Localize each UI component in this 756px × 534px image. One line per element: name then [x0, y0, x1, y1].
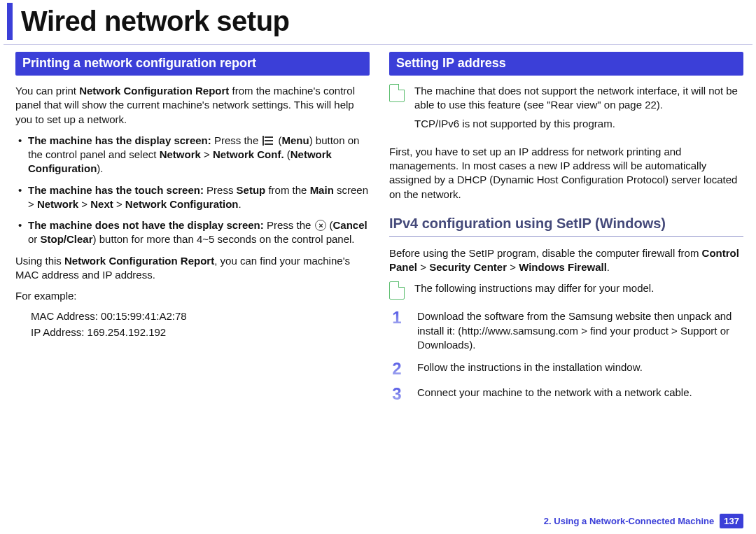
page-title-block: Wired network setup — [7, 3, 756, 40]
step-text: Connect your machine to the network with… — [417, 386, 692, 400]
text: > — [417, 261, 429, 273]
text-bold: Setup — [237, 184, 266, 196]
page-number: 137 — [720, 514, 743, 528]
text: . — [607, 261, 610, 273]
note-block-2: The following instructions may differ fo… — [389, 281, 743, 300]
text-bold: Network Configuration — [125, 198, 239, 210]
svg-rect-0 — [265, 136, 273, 138]
step-text: Download the software from the Samsung w… — [417, 309, 743, 352]
text-bold: Stop/Clear — [41, 233, 93, 245]
text-bold: The machine has the touch screen: — [28, 184, 204, 196]
step-item: 3 Connect your machine to the network wi… — [389, 386, 743, 402]
text-bold: Network Conf. — [213, 148, 284, 160]
bullet-item: The machine does not have the display sc… — [28, 218, 370, 247]
text: ). — [97, 162, 103, 174]
note-body: The machine that does not support the ne… — [414, 84, 743, 135]
text-bold: Network — [160, 148, 201, 160]
step-number: 2 — [389, 360, 405, 377]
note-block-1: The machine that does not support the ne… — [389, 84, 743, 135]
text: Before using the SetIP program, disable … — [389, 247, 702, 259]
left-bullets: The machine has the display screen: Pres… — [15, 134, 370, 247]
step-list: 1 Download the software from the Samsung… — [389, 309, 743, 402]
example-list: MAC Address: 00:15:99:41:A2:78 IP Addres… — [15, 310, 370, 338]
left-usage: Using this Network Configuration Report,… — [15, 254, 370, 283]
text: Press — [204, 184, 237, 196]
text: > — [78, 198, 90, 210]
step-number: 3 — [389, 386, 405, 402]
step-number: 1 — [389, 309, 405, 326]
page-footer: 2. Using a Network-Connected Machine 137 — [544, 514, 743, 528]
text: > — [113, 198, 125, 210]
text: You can print — [15, 85, 79, 97]
right-para1: First, you have to set up an IP address … — [389, 145, 743, 202]
text-bold: Windows Firewall — [519, 261, 607, 273]
bullet-item: The machine has the touch screen: Press … — [28, 183, 370, 212]
left-column: Printing a network configuration report … — [15, 52, 370, 411]
text: > — [507, 261, 519, 273]
text-bold: The machine does not have the display sc… — [28, 219, 264, 231]
step-item: 1 Download the software from the Samsung… — [389, 309, 743, 352]
text-bold: Menu — [281, 134, 309, 146]
text: Using this — [15, 255, 64, 267]
text-bold: Next — [90, 198, 113, 210]
text: Press the — [264, 219, 314, 231]
menu-icon — [262, 136, 275, 146]
svg-rect-1 — [265, 140, 273, 141]
right-para2: Before using the SetIP program, disable … — [389, 246, 743, 275]
step-item: 2 Follow the instructions in the install… — [389, 360, 743, 377]
right-column: Setting IP address The machine that does… — [389, 52, 743, 411]
note-item: The machine that does not support the ne… — [414, 84, 743, 113]
step-text: Follow the instructions in the installat… — [417, 360, 643, 374]
left-intro: You can print Network Configuration Repo… — [15, 84, 370, 127]
text: ( — [284, 148, 290, 160]
svg-rect-2 — [265, 143, 273, 145]
text-bold: Network — [37, 198, 78, 210]
text-bold: Main — [310, 184, 334, 196]
text-bold: Security Center — [429, 261, 507, 273]
note-icon — [389, 281, 405, 300]
left-section-title: Printing a network configuration report — [15, 52, 370, 76]
text-bold: Cancel — [332, 219, 367, 231]
text: ) button for more than 4~5 seconds on th… — [93, 233, 355, 245]
text-bold: The machine has the display screen: — [28, 134, 211, 146]
text: Press the — [211, 134, 262, 146]
content-columns: Printing a network configuration report … — [0, 52, 756, 411]
note-body: The following instructions may differ fo… — [414, 281, 743, 295]
page-title: Wired network setup — [21, 6, 756, 37]
ip-address: IP Address: 169.254.192.192 — [31, 326, 370, 338]
mac-address: MAC Address: 00:15:99:41:A2:78 — [31, 310, 370, 322]
svg-rect-3 — [262, 136, 264, 146]
text: from the — [265, 184, 309, 196]
title-rule — [4, 44, 752, 45]
text: or — [28, 233, 41, 245]
cancel-icon: × — [315, 220, 326, 231]
footer-chapter: 2. Using a Network-Connected Machine — [544, 516, 714, 526]
text: > — [201, 148, 213, 160]
ipv4-subheading: IPv4 configuration using SetIP (Windows) — [389, 211, 743, 237]
text: . — [239, 198, 241, 210]
right-section-title: Setting IP address — [389, 52, 743, 76]
bullet-item: The machine has the display screen: Pres… — [28, 134, 370, 176]
note-item: TCP/IPv6 is not supported by this progra… — [414, 117, 743, 131]
text-bold: Network Configuration Report — [79, 85, 229, 97]
example-label: For example: — [15, 289, 370, 303]
note-icon — [389, 84, 405, 102]
text-bold: Network Configuration Report — [64, 255, 214, 267]
